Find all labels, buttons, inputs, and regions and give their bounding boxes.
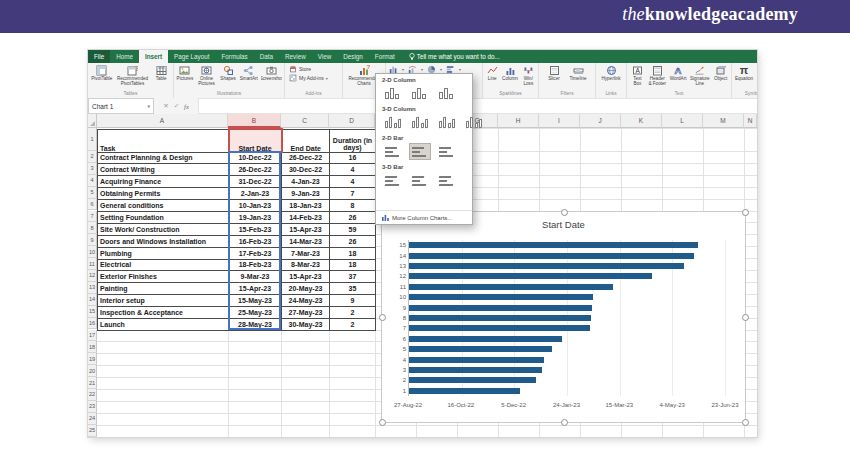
task-cell[interactable]: Setting Foundation [98,211,229,223]
equation-button[interactable]: πEquation [734,65,754,81]
smartart-button[interactable]: SmartArt [239,65,259,81]
pivottable-button[interactable]: PivotTable [90,65,114,81]
column-header-B[interactable]: B [228,114,281,128]
end-cell[interactable]: 18-Jan-23 [282,200,330,212]
column-header-I[interactable]: I [539,114,580,128]
tab-review[interactable]: Review [279,50,312,63]
tab-formulas[interactable]: Formulas [215,50,253,63]
tab-design[interactable]: Design [337,50,369,63]
more-column-charts-item[interactable]: More Column Charts... [376,210,472,224]
chart-selection-handle[interactable] [561,209,568,216]
column-header-J[interactable]: J [580,114,621,128]
column-header-K[interactable]: K [621,114,662,128]
column-header-C[interactable]: C [281,114,329,128]
task-cell[interactable]: Launch [98,318,229,330]
duration-cell[interactable]: 16 [330,152,376,164]
chart-bar[interactable] [409,273,652,279]
start-cell[interactable]: 10-Jan-23 [229,200,282,212]
chart-bar[interactable] [409,325,590,331]
chart-selection-handle[interactable] [379,314,386,321]
store-button[interactable]: Store [289,65,311,73]
2-d-column-chart-type-icon[interactable] [409,85,431,102]
duration-cell[interactable]: 2 [330,318,376,330]
task-cell[interactable]: Painting [98,283,229,295]
chart-bar[interactable] [409,388,520,394]
win-loss-button[interactable]: Win/ Loss [521,65,536,87]
end-cell[interactable]: 24-May-23 [282,295,330,307]
duration-cell[interactable]: 4 [330,164,376,176]
column-header-A[interactable]: A [97,114,228,128]
hyperlink-button[interactable]: Hyperlink [598,65,624,81]
chart-bar[interactable] [409,305,592,311]
column-header-N[interactable]: N [744,114,757,128]
chart-bar[interactable] [409,367,542,373]
duration-cell[interactable]: 9 [330,295,376,307]
duration-cell[interactable]: 26 [330,211,376,223]
chart-bar[interactable] [409,263,684,269]
tell-me-box[interactable]: Tell me what you want to do... [409,50,500,63]
wordart-button[interactable]: AWordArt [669,65,688,81]
tab-data[interactable]: Data [254,50,279,63]
task-cell[interactable]: Inspection & Acceptance [98,307,229,319]
start-cell[interactable]: 19-Jan-23 [229,211,282,223]
tab-file[interactable]: File [88,50,110,63]
duration-cell[interactable]: 8 [330,200,376,212]
end-cell[interactable]: 7-Mar-23 [282,247,330,259]
tab-home[interactable]: Home [110,50,139,63]
chevron-down-icon[interactable]: ▾ [147,103,150,109]
start-cell[interactable]: 18-Feb-23 [229,259,282,271]
task-cell[interactable]: Acquiring Finance [98,176,229,188]
3-d-column-chart-type-icon[interactable] [382,114,404,131]
column-header-H[interactable]: H [498,114,539,128]
chart-selection-handle[interactable] [742,209,749,216]
chart-bar[interactable] [409,357,544,363]
end-cell[interactable]: 15-Apr-23 [282,271,330,283]
chart-bar[interactable] [409,336,562,342]
duration-cell[interactable]: 18 [330,259,376,271]
header-cell[interactable]: Task [98,129,229,152]
start-cell[interactable]: 25-May-23 [229,307,282,319]
2-d-bar-chart-type-icon[interactable] [409,143,431,160]
start-cell[interactable]: 2-Jan-23 [229,188,282,200]
chart-bar[interactable] [409,346,552,352]
object-button[interactable]: Object [712,65,729,81]
chart-selection-handle[interactable] [742,419,749,426]
pictures-button[interactable]: Pictures [176,65,194,81]
start-cell[interactable]: 9-Mar-23 [229,271,282,283]
task-cell[interactable]: Electrical [98,259,229,271]
my-add-ins-button[interactable]: My Add-ins▾ [289,74,328,82]
slicer-button[interactable]: Slicer [544,65,564,81]
header-cell[interactable]: End Date [282,129,330,152]
start-cell[interactable]: 15-Apr-23 [229,283,282,295]
start-cell[interactable]: 15-May-23 [229,295,282,307]
chart-bar[interactable] [409,253,694,259]
duration-cell[interactable]: 7 [330,188,376,200]
shapes-button[interactable]: Shapes [219,65,237,81]
column-header-D[interactable]: D [329,114,375,128]
chart-bar[interactable] [409,242,698,248]
chart-bar[interactable] [409,284,613,290]
chart-bar[interactable] [409,315,591,321]
cancel-icon[interactable]: ✕ [163,102,168,110]
3-d-bar-chart-type-icon[interactable] [436,172,458,189]
task-cell[interactable]: Plumbing [98,247,229,259]
task-cell[interactable]: Doors and Windows Installation [98,235,229,247]
start-cell[interactable]: 10-Dec-22 [229,152,282,164]
task-cell[interactable]: General conditions [98,200,229,212]
duration-cell[interactable]: 26 [330,235,376,247]
name-box[interactable]: Chart 1 ▾ [88,98,154,114]
tab-insert[interactable]: Insert [139,50,168,63]
tab-page-layout[interactable]: Page Layout [168,50,215,63]
insert-function-icon[interactable]: fx [184,103,189,110]
duration-cell[interactable]: 18 [330,247,376,259]
start-cell[interactable]: 31-Dec-22 [229,176,282,188]
tab-view[interactable]: View [312,50,338,63]
timeline-button[interactable]: Timeline [566,65,590,81]
duration-cell[interactable]: 35 [330,283,376,295]
2-d-bar-chart-type-icon[interactable] [382,143,404,160]
online-pictures-button[interactable]: Online Pictures [196,65,217,87]
duration-cell[interactable]: 2 [330,307,376,319]
end-cell[interactable]: 4-Jan-23 [282,176,330,188]
tab-format[interactable]: Format [369,50,401,63]
column-button[interactable]: Column [501,65,518,81]
